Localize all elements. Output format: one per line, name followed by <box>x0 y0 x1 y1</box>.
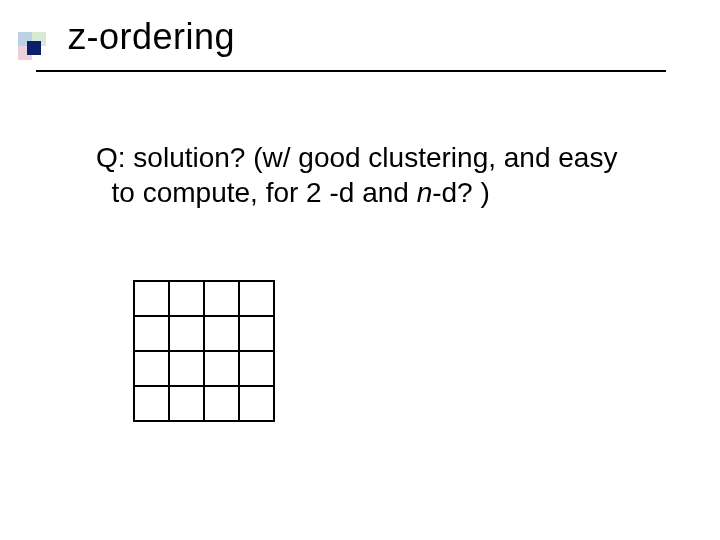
grid-cell <box>239 351 274 386</box>
body-line-1: Q: solution? (w/ good clustering, and ea… <box>96 142 617 173</box>
body-text: Q: solution? (w/ good clustering, and ea… <box>96 140 656 210</box>
grid-cell <box>169 351 204 386</box>
slide-title: z-ordering <box>68 16 235 58</box>
body-line-2a: to compute, for 2 -d and <box>112 177 417 208</box>
grid-cell <box>134 386 169 421</box>
grid-cell <box>204 351 239 386</box>
grid-cell <box>169 281 204 316</box>
body-line-2b: -d? ) <box>432 177 490 208</box>
body-italic-n: n <box>417 177 433 208</box>
grid-cell <box>204 316 239 351</box>
grid-cell <box>239 316 274 351</box>
grid-cell <box>169 386 204 421</box>
grid-cell <box>134 351 169 386</box>
grid-figure <box>133 280 275 422</box>
grid-cell <box>239 386 274 421</box>
slide: z-ordering Q: solution? (w/ good cluster… <box>0 0 720 540</box>
grid-cell <box>169 316 204 351</box>
grid-cell <box>134 281 169 316</box>
grid-cell <box>204 386 239 421</box>
grid-table <box>133 280 275 422</box>
grid-cell <box>204 281 239 316</box>
grid-cell <box>134 316 169 351</box>
title-underline <box>36 70 666 72</box>
grid-cell <box>239 281 274 316</box>
title-bullet-icon <box>18 32 48 62</box>
